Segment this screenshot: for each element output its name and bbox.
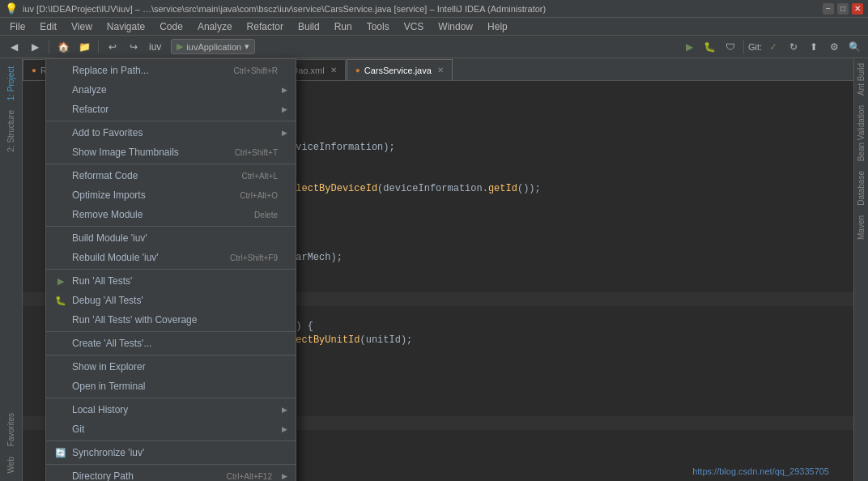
ctx-directory-path[interactable]: Directory Path Ctrl+Alt+F12	[46, 466, 296, 481]
ctx-remove-module[interactable]: Remove Module Delete	[46, 205, 296, 224]
run-config-label: iuvApplication	[186, 42, 241, 52]
menu-edit[interactable]: Edit	[33, 19, 63, 34]
title-bar: 💡 iuv [D:\IDEAProject\IUV\iuv] – …\servi…	[0, 0, 868, 18]
ctx-add-favorites[interactable]: Add to Favorites	[46, 123, 296, 143]
run-config[interactable]: ▶ iuvApplication ▾	[171, 39, 255, 54]
back-btn[interactable]: ◀	[5, 38, 23, 56]
menu-bar: File Edit View Navigate Code Analyze Ref…	[0, 18, 868, 36]
toolbar-sep3	[743, 40, 744, 53]
right-sidebar: Ant Build Bean Validation Database Maven	[853, 58, 868, 481]
ctx-sep1	[46, 121, 296, 121]
menu-refactor[interactable]: Refactor	[240, 19, 290, 34]
forward-btn[interactable]: ▶	[26, 38, 44, 56]
ctx-sep2	[46, 164, 296, 164]
ant-build-label[interactable]: Ant Build	[855, 58, 867, 100]
ctx-run-with-coverage[interactable]: Run 'All Tests' with Coverage	[46, 310, 296, 330]
undo-btn[interactable]: ↩	[104, 38, 121, 56]
maven-label[interactable]: Maven	[855, 211, 867, 245]
menu-window[interactable]: Window	[432, 19, 479, 34]
ctx-sep5	[46, 331, 296, 332]
menu-navigate[interactable]: Navigate	[100, 19, 151, 34]
context-menu-overlay: Replace in Path... Ctrl+Shift+R Analyze …	[23, 58, 853, 481]
maximize-btn[interactable]: □	[837, 3, 849, 15]
sync-icon: 🔄	[54, 446, 67, 459]
run-config-icon: ▶	[177, 41, 183, 52]
ctx-open-in-terminal[interactable]: Open in Terminal	[46, 377, 296, 396]
ctx-sep6	[46, 355, 296, 355]
database-label[interactable]: Database	[855, 166, 867, 211]
ctx-show-thumbnails[interactable]: Show Image Thumbnails Ctrl+Shift+T	[46, 143, 296, 162]
ctx-synchronize[interactable]: 🔄Synchronize 'iuv'	[46, 443, 296, 462]
window-controls: − □ ✕	[823, 3, 863, 15]
ctx-analyze[interactable]: Analyze	[46, 80, 296, 100]
watermark: https://blog.csdn.net/qq_29335705	[692, 466, 829, 476]
left-sidebar: 1: Project 2: Structure Favorites Web	[0, 58, 23, 481]
context-menu: Replace in Path... Ctrl+Shift+R Analyze …	[45, 58, 296, 481]
menu-view[interactable]: View	[65, 19, 99, 34]
home-btn[interactable]: 🏠	[54, 38, 72, 56]
ctx-run-all-tests[interactable]: ▶Run 'All Tests'	[46, 271, 296, 291]
search-everywhere-btn[interactable]: 🔍	[845, 38, 863, 56]
toolbar: ◀ ▶ 🏠 📁 ↩ ↪ iuv ▶ iuvApplication ▾ ▶ 🐛 🛡…	[0, 36, 868, 58]
ctx-local-history[interactable]: Local History	[46, 400, 296, 419]
run-btn[interactable]: ▶	[681, 38, 699, 56]
close-btn[interactable]: ✕	[852, 3, 863, 15]
ctx-create-all-tests[interactable]: Create 'All Tests'...	[46, 334, 296, 353]
ctx-optimize-imports[interactable]: Optimize Imports Ctrl+Alt+O	[46, 185, 296, 205]
settings-btn[interactable]: ⚙	[825, 38, 843, 56]
ctx-sep3	[46, 226, 296, 227]
ctx-debug-all-tests[interactable]: 🐛Debug 'All Tests'	[46, 291, 296, 310]
debug-btn[interactable]: 🐛	[701, 38, 719, 56]
ctx-sep7	[46, 398, 296, 398]
git-label: Git:	[748, 42, 762, 52]
editor-area: ● RedisService.java ✕ ● RedisTemplate.cl…	[23, 58, 853, 481]
minimize-btn[interactable]: −	[823, 3, 834, 15]
toolbar-project-name: iuv	[149, 41, 161, 53]
web-tab[interactable]: Web	[5, 452, 17, 478]
ctx-refactor[interactable]: Refactor	[46, 100, 296, 119]
main-area: 1: Project 2: Structure Favorites Web ● …	[0, 58, 868, 481]
dropdown-icon: ▾	[245, 41, 249, 52]
git-check-btn[interactable]: ✓	[764, 38, 782, 56]
menu-analyze[interactable]: Analyze	[191, 19, 239, 34]
ctx-git[interactable]: Git	[46, 419, 296, 439]
bean-validation-label[interactable]: Bean Validation	[855, 100, 867, 166]
ctx-sep9	[46, 464, 296, 465]
ctx-sep8	[46, 441, 296, 441]
toolbar-sep1	[49, 40, 49, 53]
structure-tab[interactable]: 2: Structure	[5, 105, 17, 157]
ctx-build-module[interactable]: Build Module 'iuv'	[46, 228, 296, 248]
app-icon: 💡	[5, 2, 18, 15]
ctx-reformat[interactable]: Reformat Code Ctrl+Alt+L	[46, 166, 296, 185]
menu-code[interactable]: Code	[153, 19, 189, 34]
git-update-btn[interactable]: ↻	[785, 38, 802, 56]
ctx-replace-in-path[interactable]: Replace in Path... Ctrl+Shift+R	[46, 61, 296, 80]
replace-icon	[54, 64, 67, 77]
favorites-tab[interactable]: Favorites	[5, 408, 17, 451]
ctx-sep4	[46, 269, 296, 270]
folder-btn[interactable]: 📁	[75, 38, 93, 56]
menu-file[interactable]: File	[3, 19, 32, 34]
menu-run[interactable]: Run	[328, 19, 359, 34]
toolbar-sep2	[98, 40, 99, 53]
title-text: iuv [D:\IDEAProject\IUV\iuv] – …\service…	[23, 4, 546, 14]
git-push-btn[interactable]: ⬆	[805, 38, 823, 56]
redo-btn[interactable]: ↪	[125, 38, 143, 56]
debug-icon: 🐛	[54, 294, 67, 307]
menu-vcs[interactable]: VCS	[398, 19, 431, 34]
coverage-btn[interactable]: 🛡	[721, 38, 739, 56]
ctx-show-in-explorer[interactable]: Show in Explorer	[46, 357, 296, 377]
run-icon: ▶	[54, 275, 67, 287]
toolbar-right: ▶ 🐛 🛡 Git: ✓ ↻ ⬆ ⚙ 🔍	[681, 38, 863, 56]
menu-tools[interactable]: Tools	[360, 19, 396, 34]
ctx-rebuild-module[interactable]: Rebuild Module 'iuv' Ctrl+Shift+F9	[46, 248, 296, 267]
project-tab[interactable]: 1: Project	[5, 62, 17, 105]
menu-build[interactable]: Build	[291, 19, 326, 34]
menu-help[interactable]: Help	[481, 19, 514, 34]
